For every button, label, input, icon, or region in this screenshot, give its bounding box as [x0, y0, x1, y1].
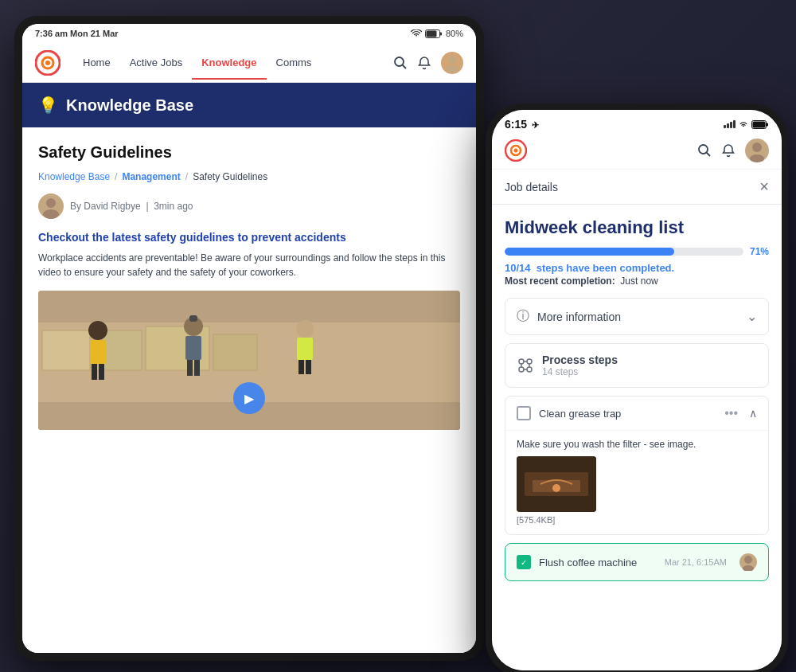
task-chevron[interactable]: ∧ — [749, 407, 757, 420]
task-completed-name: Flush coffee machine — [539, 557, 657, 568]
progress-bar-container: 71% — [505, 246, 769, 257]
tablet-status-right: 80% — [411, 29, 463, 38]
svg-point-5 — [45, 61, 50, 65]
wifi-icon — [411, 29, 422, 37]
video-play-button[interactable]: ▶ — [233, 382, 265, 414]
svg-point-35 — [514, 149, 518, 153]
job-details-bar: Job details × — [492, 170, 782, 205]
phone-battery-icon — [751, 120, 769, 129]
svg-rect-18 — [90, 340, 106, 364]
article-image: ▶ — [38, 291, 460, 430]
phone-notification-icon[interactable] — [721, 143, 736, 158]
phone-wifi-icon — [739, 120, 748, 128]
signal-icon — [724, 120, 736, 128]
tablet-battery: 80% — [446, 29, 463, 38]
article-body: Workplace accidents are preventable! Be … — [38, 251, 460, 279]
steps-completed: 10/14 steps have been completed. — [505, 262, 769, 274]
breadcrumb-management[interactable]: Management — [122, 171, 180, 182]
breadcrumb-kb[interactable]: Knowledge Base — [38, 171, 110, 182]
task-checkbox[interactable] — [517, 406, 531, 420]
svg-rect-13 — [42, 330, 90, 370]
breadcrumb-current: Safety Guidelines — [193, 171, 267, 182]
task-more-button[interactable]: ••• — [724, 406, 738, 420]
more-info-accordion[interactable]: ⓘ More information ⌄ — [505, 298, 769, 335]
job-details-label: Job details — [505, 181, 558, 193]
phone-status-bar: 6:15 ✈ — [492, 110, 782, 134]
nav-active-jobs[interactable]: Active Jobs — [120, 45, 192, 80]
phone-app-header — [492, 134, 782, 170]
svg-rect-31 — [767, 123, 769, 126]
tablet-screen: 7:36 am Mon 21 Mar 80% — [22, 24, 476, 653]
svg-rect-19 — [92, 364, 97, 380]
battery-icon — [425, 29, 443, 38]
progress-bar-bg — [505, 248, 743, 256]
nav-comms[interactable]: Comms — [267, 45, 322, 80]
task-attachment-image[interactable] — [517, 456, 596, 512]
phone-device: 6:15 ✈ — [486, 104, 788, 672]
svg-rect-25 — [194, 360, 200, 376]
notification-icon[interactable] — [417, 56, 431, 70]
task-completed-header: ✓ Flush coffee machine Mar 21, 6:15AM — [505, 544, 768, 580]
svg-point-37 — [752, 143, 762, 152]
kb-header-title: Knowledge Base — [66, 96, 193, 115]
tablet-nav-actions — [393, 52, 463, 74]
process-steps-section: Process steps 14 steps — [505, 343, 769, 388]
svg-rect-2 — [426, 30, 436, 37]
author-avatar — [38, 193, 64, 219]
task-name: Clean grease trap — [539, 408, 716, 420]
svg-point-47 — [744, 556, 752, 564]
svg-point-41 — [519, 367, 524, 372]
svg-point-48 — [743, 565, 754, 571]
progress-percentage: 71% — [750, 246, 769, 257]
svg-rect-22 — [189, 315, 197, 322]
task-flush-coffee-machine: ✓ Flush coffee machine Mar 21, 6:15AM — [505, 543, 769, 581]
svg-rect-20 — [99, 364, 104, 380]
svg-point-7 — [448, 56, 456, 64]
svg-point-38 — [750, 154, 764, 162]
app-logo — [35, 50, 60, 76]
task-image-label: [575.4KB] — [517, 515, 757, 525]
svg-rect-32 — [753, 121, 766, 127]
kb-header-icon: 💡 — [38, 96, 58, 115]
svg-point-9 — [46, 198, 56, 208]
svg-point-10 — [43, 209, 59, 219]
tablet-time: 7:36 am Mon 21 Mar — [35, 29, 119, 38]
search-icon[interactable] — [393, 56, 408, 70]
phone-user-avatar[interactable] — [745, 139, 769, 162]
tablet-nav: Home Active Jobs Knowledge Comms — [22, 43, 476, 83]
tablet-nav-links: Home Active Jobs Knowledge Comms — [73, 45, 393, 80]
article-title: Safety Guidelines — [38, 143, 460, 162]
svg-point-42 — [527, 367, 532, 372]
article-subtitle: Checkout the latest safety guidelines to… — [38, 230, 460, 244]
phone-screen: 6:15 ✈ — [492, 110, 782, 670]
svg-rect-24 — [187, 360, 193, 376]
more-info-header[interactable]: ⓘ More information ⌄ — [505, 299, 768, 334]
most-recent: Most recent completion: Just now — [505, 275, 769, 287]
kb-header: 💡 Knowledge Base — [22, 83, 476, 127]
steps-fraction: 10/14 — [505, 262, 531, 274]
tablet-status-bar: 7:36 am Mon 21 Mar 80% — [22, 24, 476, 43]
svg-rect-29 — [306, 360, 311, 374]
more-info-label: More information — [537, 311, 739, 323]
article-time: 3min ago — [154, 201, 193, 212]
svg-rect-23 — [185, 336, 201, 360]
process-steps-icon — [517, 357, 534, 374]
task-completed-checkbox[interactable]: ✓ — [517, 555, 531, 569]
phone-header-actions — [697, 139, 769, 162]
process-steps-info: Process steps 14 steps — [542, 354, 757, 377]
job-title: Midweek cleaning list — [505, 217, 769, 238]
nav-home[interactable]: Home — [73, 45, 120, 80]
nav-knowledge[interactable]: Knowledge — [192, 45, 266, 80]
author-name: By David Rigbye — [70, 201, 141, 212]
svg-rect-16 — [213, 334, 257, 370]
progress-bar-fill — [505, 248, 674, 256]
svg-rect-28 — [298, 360, 304, 374]
svg-point-8 — [446, 65, 458, 73]
close-button[interactable]: × — [759, 178, 769, 196]
svg-rect-27 — [297, 338, 313, 360]
user-avatar[interactable] — [441, 52, 463, 74]
info-icon: ⓘ — [517, 308, 529, 325]
phone-search-icon[interactable] — [697, 143, 712, 158]
svg-point-17 — [88, 321, 107, 340]
svg-point-39 — [519, 359, 524, 364]
